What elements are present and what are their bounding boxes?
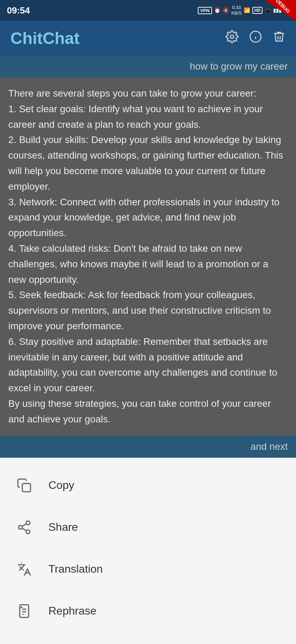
speed-icon: 0.33KB/S — [231, 5, 242, 16]
app-bar-icons — [225, 30, 286, 46]
delete-icon[interactable] — [272, 30, 286, 46]
info-icon[interactable] — [249, 30, 262, 46]
signal-4g-icon: 📱 — [265, 7, 271, 14]
svg-point-5 — [26, 521, 30, 525]
translation-label: Translation — [48, 563, 103, 575]
svg-point-7 — [26, 530, 30, 534]
svg-line-8 — [22, 528, 27, 530]
svg-point-14 — [21, 606, 22, 608]
share-icon — [14, 517, 35, 538]
rephrase-action[interactable]: Rephrase — [0, 590, 296, 632]
svg-point-0 — [230, 35, 234, 38]
share-label: Share — [48, 521, 78, 534]
home-indicator — [0, 639, 296, 644]
status-time: 09:54 — [7, 5, 30, 16]
vpn-icon: VPN — [198, 7, 212, 14]
translation-icon — [14, 559, 35, 580]
alarm-icon: ⏰ — [214, 7, 221, 14]
copy-label: Copy — [48, 479, 74, 492]
copy-icon — [14, 475, 35, 496]
copy-action[interactable]: Copy — [0, 465, 296, 507]
hd-icon: HD — [252, 7, 262, 14]
mute-icon: 🔇 — [223, 7, 229, 14]
svg-point-6 — [19, 525, 22, 529]
wifi-icon: 📶 — [244, 7, 250, 14]
next-message-container: and next — [0, 436, 296, 458]
svg-rect-4 — [22, 483, 31, 492]
user-message: how to grow my career — [190, 61, 288, 72]
share-action[interactable]: Share — [0, 507, 296, 548]
app-bar: ChitChat — [0, 21, 296, 55]
action-menu: Copy Share Translation — [0, 458, 296, 639]
ai-response-area: There are several steps you can take to … — [0, 78, 296, 436]
next-message: and next — [251, 441, 288, 452]
settings-icon[interactable] — [225, 30, 239, 46]
rephrase-label: Rephrase — [48, 605, 96, 617]
user-message-container: how to grow my career — [0, 55, 296, 78]
ai-response-text: There are several steps you can take to … — [8, 88, 286, 424]
rephrase-icon — [14, 601, 35, 621]
app-title: ChitChat — [10, 29, 80, 48]
status-bar: 09:54 VPN ⏰ 🔇 0.33KB/S 📶 HD 📱 ▮▮▮ 4G DEB… — [0, 0, 296, 21]
svg-line-9 — [22, 524, 27, 526]
translation-action[interactable]: Translation — [0, 548, 296, 590]
